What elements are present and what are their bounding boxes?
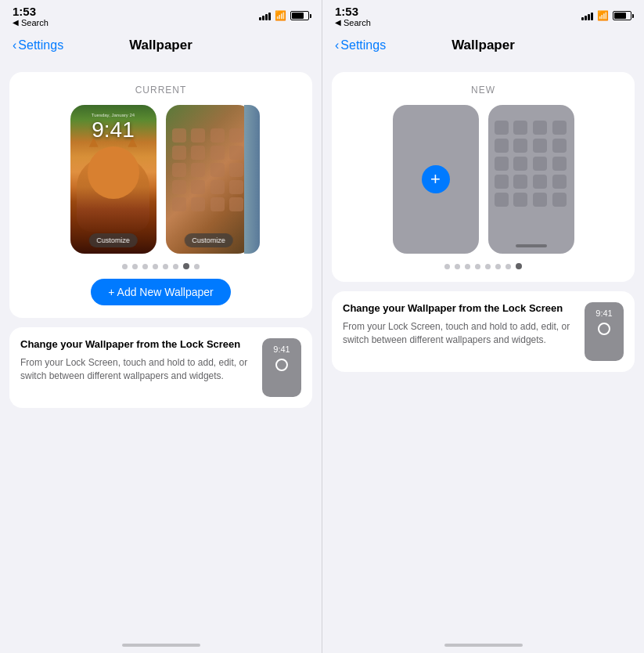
- dots-row-left: [122, 263, 200, 269]
- home-bar-right: [516, 244, 547, 247]
- info-text-left: Change your Wallpaper from the Lock Scre…: [20, 338, 253, 382]
- dot-3: [142, 264, 148, 269]
- cat-wallpaper: Tuesday, January 24 9:41: [70, 105, 157, 254]
- section-label-left: CURRENT: [135, 85, 187, 96]
- mini-lock-icon-left: [275, 359, 288, 371]
- status-bar-left: 1:53 ◀ Search 📶: [0, 0, 322, 28]
- mini-lock-right: 9:41: [585, 302, 624, 361]
- status-time-right: 1:53 ◀ Search: [335, 5, 371, 27]
- left-phone-panel: 1:53 ◀ Search 📶 ‹ Settings Wal: [0, 0, 322, 653]
- signal-icon: [259, 11, 271, 20]
- new-home-screen-preview[interactable]: [488, 105, 574, 254]
- wallpaper-card-left: CURRENT Tuesday, January 24: [9, 72, 312, 318]
- search-label-right: ◀ Search: [335, 18, 371, 27]
- dot-1: [122, 264, 128, 269]
- home-icons-grid: [166, 105, 252, 218]
- home-bar-indicator-right: [444, 644, 523, 647]
- r-dot-2: [455, 264, 460, 269]
- chevron-left-icon-right: ‹: [335, 38, 339, 52]
- new-lock-screen-preview[interactable]: +: [393, 105, 479, 254]
- r-dot-1: [444, 264, 450, 269]
- mini-lock-icon-right: [598, 323, 610, 335]
- r-dot-5: [485, 264, 491, 269]
- wallpaper-card-right: NEW +: [332, 72, 635, 282]
- info-body-left: From your Lock Screen, touch and hold to…: [20, 356, 253, 383]
- wallpaper-previews-left: Tuesday, January 24 9:41 Customize: [70, 105, 252, 254]
- dots-row-right: [444, 263, 522, 269]
- status-icons-right: 📶: [581, 10, 631, 21]
- r-dot-8-active: [516, 263, 522, 269]
- lock-time-display: 9:41: [70, 117, 157, 143]
- info-card-left: Change your Wallpaper from the Lock Scre…: [9, 327, 312, 408]
- mini-lock-time-right: 9:41: [595, 308, 612, 318]
- home-indicator-left: [0, 637, 322, 653]
- dot-4: [153, 264, 158, 269]
- r-dot-6: [495, 264, 501, 269]
- battery-icon-right: [613, 11, 631, 20]
- info-title-left: Change your Wallpaper from the Lock Scre…: [20, 338, 253, 352]
- peek-preview: [244, 105, 260, 254]
- main-content-left: CURRENT Tuesday, January 24: [0, 63, 322, 637]
- nav-bar-left: ‹ Settings Wallpaper: [0, 28, 322, 63]
- battery-icon: [290, 11, 309, 20]
- home-screen-preview[interactable]: Customize: [166, 105, 252, 254]
- dot-2: [132, 264, 138, 269]
- dot-7-active: [183, 263, 189, 269]
- status-time-left: 1:53 ◀ Search: [13, 5, 49, 27]
- chevron-left-icon: ‹: [13, 38, 16, 52]
- info-text-right: Change your Wallpaper from the Lock Scre…: [343, 302, 575, 346]
- wifi-icon: 📶: [275, 10, 286, 21]
- new-home-icons-grid: [488, 105, 574, 213]
- right-phone-panel: 1:53 ◀ Search 📶 ‹ Settings Wal: [322, 0, 644, 653]
- customize-home-btn[interactable]: Customize: [184, 233, 233, 247]
- wifi-icon-right: 📶: [597, 10, 609, 21]
- nav-bar-right: ‹ Settings Wallpaper: [322, 28, 644, 63]
- dot-6: [173, 264, 178, 269]
- r-dot-4: [475, 264, 480, 269]
- add-wallpaper-button[interactable]: + Add New Wallpaper: [91, 279, 231, 305]
- page-title-left: Wallpaper: [129, 38, 192, 53]
- back-button-right[interactable]: ‹ Settings: [335, 38, 386, 52]
- mini-lock-time-left: 9:41: [273, 345, 290, 354]
- info-card-right: Change your Wallpaper from the Lock Scre…: [332, 291, 635, 372]
- r-dot-7: [505, 264, 511, 269]
- info-title-right: Change your Wallpaper from the Lock Scre…: [343, 302, 575, 316]
- back-button-left[interactable]: ‹ Settings: [13, 38, 63, 52]
- home-indicator-right: [322, 637, 644, 653]
- lock-screen-preview[interactable]: Tuesday, January 24 9:41 Customize: [70, 105, 157, 254]
- dot-8: [194, 264, 200, 269]
- page-title-right: Wallpaper: [452, 38, 515, 53]
- info-body-right: From your Lock Screen, touch and hold to…: [343, 320, 575, 347]
- status-bar-right: 1:53 ◀ Search 📶: [322, 0, 644, 28]
- section-label-right: NEW: [471, 85, 495, 96]
- customize-lock-btn[interactable]: Customize: [88, 233, 138, 247]
- home-bar-left: [122, 644, 200, 647]
- cat-bg: Tuesday, January 24 9:41: [70, 105, 157, 254]
- signal-icon-right: [581, 11, 593, 20]
- status-icons-left: 📶: [259, 10, 309, 21]
- main-content-right: NEW +: [322, 63, 644, 637]
- search-label-left: ◀ Search: [13, 18, 49, 27]
- r-dot-3: [465, 264, 470, 269]
- dot-5: [163, 264, 168, 269]
- wallpaper-previews-right: +: [393, 105, 574, 254]
- mini-lock-left: 9:41: [262, 338, 301, 397]
- add-lock-screen-button[interactable]: +: [422, 165, 450, 193]
